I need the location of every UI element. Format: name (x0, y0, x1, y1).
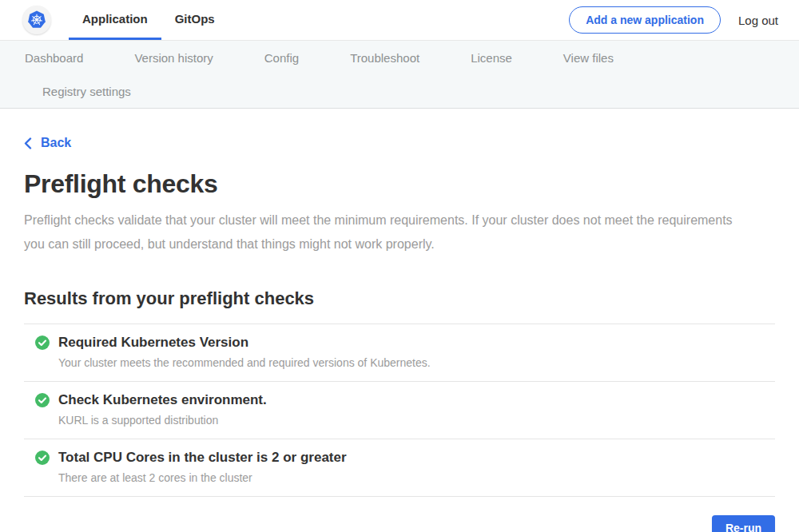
subnav-item-troubleshoot[interactable]: Troubleshoot (350, 51, 419, 65)
kubernetes-logo-icon[interactable] (22, 6, 51, 34)
check-success-icon (35, 451, 50, 465)
subnav-item-dashboard[interactable]: Dashboard (25, 51, 83, 65)
page-title: Preflight checks (24, 169, 775, 199)
subnav-item-view-files[interactable]: View files (563, 51, 614, 65)
check-success-icon (35, 393, 50, 407)
subnav-item-license[interactable]: License (471, 51, 512, 65)
subnav-row-2: Registry settings (25, 74, 799, 108)
check-title: Check Kubernetes environment. (58, 392, 267, 408)
check-row-total-cpu-cores: Total CPU Cores in the cluster is 2 or g… (24, 439, 775, 497)
top-tabs: Application GitOps (69, 0, 229, 40)
subnav-item-config[interactable]: Config (264, 51, 299, 65)
check-head: Required Kubernetes Version (35, 335, 775, 351)
add-application-button[interactable]: Add a new application (569, 6, 721, 34)
top-navbar: Application GitOps Add a new application… (0, 0, 799, 41)
app-subnav: Dashboard Version history Config Trouble… (0, 41, 799, 109)
check-description: There are at least 2 cores in the cluste… (58, 471, 775, 484)
back-link[interactable]: Back (24, 136, 71, 150)
check-head: Total CPU Cores in the cluster is 2 or g… (35, 450, 775, 466)
tab-gitops-label: GitOps (175, 12, 215, 26)
check-title: Total CPU Cores in the cluster is 2 or g… (58, 450, 347, 466)
results-title: Results from your preflight checks (24, 288, 775, 309)
page-description: Preflight checks validate that your clus… (24, 208, 753, 256)
tab-application[interactable]: Application (69, 0, 161, 40)
check-title: Required Kubernetes Version (58, 335, 248, 351)
back-link-label: Back (41, 136, 71, 150)
preflight-results-list: Required Kubernetes Version Your cluster… (24, 324, 775, 497)
footer-actions: Re-run (24, 515, 775, 532)
subnav-row-1: Dashboard Version history Config Trouble… (25, 41, 799, 74)
check-head: Check Kubernetes environment. (35, 392, 775, 408)
check-row-required-kubernetes-version: Required Kubernetes Version Your cluster… (24, 324, 775, 382)
check-row-kubernetes-environment: Check Kubernetes environment. KURL is a … (24, 382, 775, 439)
check-success-icon (35, 335, 50, 350)
rerun-button[interactable]: Re-run (712, 515, 775, 532)
tab-gitops[interactable]: GitOps (161, 0, 229, 40)
logout-link[interactable]: Log out (738, 14, 778, 27)
check-description: Your cluster meets the recommended and r… (58, 356, 775, 369)
kubernetes-helm-wheel-icon (26, 10, 47, 30)
tab-application-label: Application (82, 12, 148, 26)
chevron-left-icon (24, 137, 32, 149)
top-right-actions: Add a new application Log out (569, 0, 799, 40)
preflight-page: Back Preflight checks Preflight checks v… (0, 109, 799, 532)
subnav-item-version-history[interactable]: Version history (134, 51, 213, 65)
check-description: KURL is a supported distribution (58, 414, 775, 427)
subnav-item-registry-settings[interactable]: Registry settings (42, 85, 131, 98)
